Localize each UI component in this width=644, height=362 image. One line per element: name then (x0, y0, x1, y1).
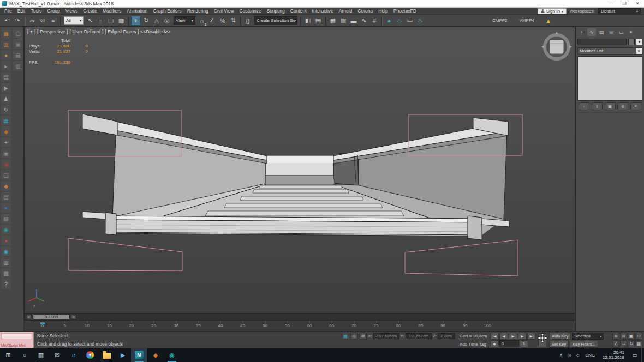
remove-modifier-button[interactable]: ⊗ (617, 102, 628, 110)
maxscript-input-field[interactable] (1, 333, 32, 339)
time-slider-handle[interactable]: 0 / 100 (33, 315, 70, 319)
viewport-label[interactable]: [ + ] [ Perspective ] [ User Defined ] [… (27, 29, 171, 34)
isolate-selection-icon[interactable]: ◎ (350, 333, 358, 340)
field-of-view-icon[interactable]: ∠ (612, 340, 619, 347)
taskbar-app-file-explorer[interactable] (98, 348, 115, 362)
modifier-list-dropdown[interactable]: Modifier List ▾ (577, 47, 642, 55)
left-toolbar-icon-1-2[interactable]: ▥ (1, 39, 11, 49)
taskbar-app-maya[interactable]: ◉ (164, 348, 180, 362)
next-frame-button[interactable]: ▶ (518, 333, 527, 340)
key-filters-button[interactable]: Key Filters... (570, 341, 598, 348)
warning-icon[interactable]: ▲ (544, 16, 553, 26)
spinner-snap-toggle-icon[interactable]: ⇅ (228, 16, 238, 26)
schematic-view-icon[interactable]: # (369, 16, 379, 26)
tab-create[interactable]: + (577, 28, 586, 36)
auto-key-button[interactable]: Auto Key (549, 333, 571, 340)
object-name-field[interactable] (577, 39, 627, 45)
left-toolbar-icon-1-14[interactable]: ▢ (1, 170, 11, 180)
zoom-all-icon[interactable]: ⊞ (620, 333, 627, 340)
menu-arnold[interactable]: Arnold (336, 8, 355, 15)
left-toolbar-icon-1-23[interactable]: ▩ (1, 268, 11, 278)
search-button[interactable]: ○ (16, 348, 33, 362)
menu-views[interactable]: Views (63, 8, 81, 15)
play-animation-button[interactable]: ▶ (509, 333, 517, 340)
chevron-down-icon[interactable]: ▾ (636, 39, 642, 45)
toggle-layer-explorer-icon[interactable]: ▧ (338, 16, 348, 26)
make-unique-button[interactable]: ▣ (605, 102, 616, 110)
angle-snap-toggle-icon[interactable]: ∠ (207, 16, 217, 26)
percent-snap-toggle-icon[interactable]: % (218, 16, 228, 26)
redo-icon[interactable]: ↷ (13, 16, 22, 26)
zoom-extents-icon[interactable]: ▣ (628, 333, 635, 340)
left-toolbar-icon-1-17[interactable]: ● (1, 203, 11, 213)
bind-to-space-warp-icon[interactable]: ≈ (48, 16, 58, 26)
selection-lock-toggle-icon[interactable]: ⊠ (359, 333, 367, 340)
left-toolbar-icon-2-1[interactable]: ▢ (13, 28, 23, 38)
left-toolbar-icon-1-16[interactable]: ▤ (1, 192, 11, 202)
left-toolbar-icon-1-13[interactable]: ◉ (1, 159, 11, 169)
taskbar-app-3ds-max[interactable]: M (131, 348, 147, 362)
left-toolbar-icon-2-2[interactable]: ▣ (13, 39, 23, 49)
tray-volume-icon[interactable]: ◁ (574, 353, 582, 358)
left-toolbar-icon-1-5[interactable]: ▤ (1, 72, 11, 82)
left-toolbar-icon-1-8[interactable]: ↻ (1, 105, 11, 114)
undo-icon[interactable]: ↶ (2, 16, 12, 26)
render-production-icon[interactable]: ♨ (415, 16, 425, 26)
show-desktop-button[interactable] (641, 348, 644, 362)
key-set-dropdown[interactable]: Selected▾ (572, 333, 604, 340)
left-toolbar-icon-1-11[interactable]: + (1, 137, 11, 147)
curve-editor-icon[interactable]: ∿ (359, 16, 369, 26)
perspective-viewport[interactable]: z [ + ] [ Perspective ] [ User Defined ]… (24, 27, 575, 313)
window-crossing-toggle-icon[interactable]: ▩ (116, 16, 126, 26)
tray-pin-icon[interactable]: ◎ (565, 353, 574, 358)
left-toolbar-icon-1-20[interactable]: ● (1, 236, 11, 245)
menu-rendering[interactable]: Rendering (184, 8, 211, 15)
clock[interactable]: 20:41 12.01.2019 (599, 350, 628, 360)
left-toolbar-icon-1-10[interactable]: ◆ (1, 126, 11, 136)
maxscript-mini-listener[interactable]: MAXScript Mini (0, 332, 34, 348)
tab-modify[interactable]: ∿ (587, 28, 596, 36)
unlink-selection-icon[interactable]: ⊘ (38, 16, 47, 26)
tab-utilities[interactable]: ✶ (627, 28, 635, 36)
zoom-extents-all-icon[interactable]: ⊡ (635, 333, 642, 340)
toggle-scene-explorer-icon[interactable]: ▦ (328, 16, 338, 26)
snaps-toggle-icon[interactable]: ∩3 (197, 16, 207, 26)
rendered-frame-window-icon[interactable]: ▭ (405, 16, 415, 26)
workspaces-dropdown[interactable]: Default ▾ (598, 8, 641, 14)
tab-motion[interactable]: ◎ (607, 28, 616, 36)
render-setup-icon[interactable]: ♨ (395, 16, 404, 26)
maximize-viewport-toggle-icon[interactable]: ▦ (635, 340, 642, 347)
previous-frame-arrow[interactable]: < (26, 315, 32, 319)
previous-frame-button[interactable]: ◀ (499, 333, 508, 340)
selection-filter-dropdown[interactable]: All▾ (64, 16, 84, 25)
menu-phoenixfd[interactable]: PhoenixFD (391, 8, 419, 15)
taskbar-app-mudbox[interactable]: ◆ (147, 348, 164, 362)
left-toolbar-icon-1-3[interactable]: ● (1, 50, 11, 60)
reference-coordinate-dropdown[interactable]: View▾ (174, 16, 195, 25)
configure-modifier-sets-button[interactable]: ≡ (630, 102, 641, 110)
add-time-tag-button[interactable]: Add Time Tag (460, 342, 486, 347)
menu-scripting[interactable]: Scripting (264, 8, 288, 15)
menu-animation[interactable]: Animation (124, 8, 150, 15)
set-keys-button[interactable] (538, 333, 546, 347)
go-to-start-button[interactable]: |◀ (490, 333, 499, 340)
menu-corona[interactable]: Corona (355, 8, 375, 15)
language-indicator[interactable]: ENG (582, 353, 599, 358)
select-and-rotate-icon[interactable]: ↻ (141, 16, 151, 26)
menu-modifiers[interactable]: Modifiers (100, 8, 124, 15)
rectangular-selection-region-icon[interactable]: ▢ (106, 16, 116, 26)
task-view-button[interactable]: ▥ (33, 348, 49, 362)
select-and-scale-icon[interactable]: △ (152, 16, 162, 26)
left-toolbar-icon-1-4[interactable]: ▸ (1, 61, 11, 71)
pan-view-icon[interactable]: ↔ (620, 340, 627, 347)
select-object-icon[interactable]: ↖ (85, 16, 95, 26)
left-toolbar-icon-1-7[interactable]: ♟ (1, 94, 11, 104)
object-color-swatch[interactable] (628, 39, 635, 45)
taskbar-app-mail[interactable]: ✉ (49, 348, 65, 362)
menu-edit[interactable]: Edit (15, 8, 28, 15)
current-frame-field[interactable]: 0 (499, 340, 519, 347)
left-toolbar-icon-2-4[interactable]: ▥ (13, 61, 23, 71)
left-toolbar-icon-1-12[interactable]: ▣ (1, 148, 11, 158)
key-mode-toggle-button[interactable]: ◆ (490, 340, 499, 347)
menu-graph-editors[interactable]: Graph Editors (150, 8, 184, 15)
